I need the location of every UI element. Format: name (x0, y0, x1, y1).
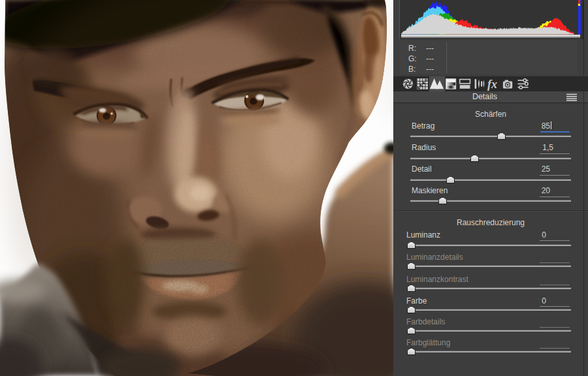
svg-text:fx: fx (487, 78, 497, 91)
